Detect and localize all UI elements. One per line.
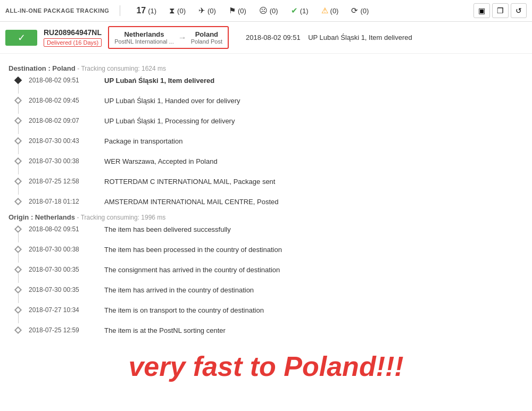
origin-timeline: 2018-08-02 09:51 The item has been deliv…	[14, 225, 523, 334]
tab-hourglass[interactable]: ⧗ (0)	[164, 4, 191, 18]
timeline-item: 2018-07-30 00:38 WER Warszawa, Accepted …	[14, 157, 523, 174]
timeline-line	[18, 84, 19, 94]
diamond-icon	[14, 225, 22, 233]
event-desc: The item has arrived in the country of d…	[104, 286, 254, 294]
tab-all[interactable]: 17 (1)	[131, 4, 162, 18]
timeline-line	[18, 253, 19, 263]
footer-text: very fast to Poland!!!	[9, 350, 523, 382]
diamond-icon	[14, 286, 22, 293]
diamond-icon	[14, 306, 22, 314]
timeline-item: 2018-07-25 12:59 The item is at the Post…	[14, 326, 523, 334]
timeline-item: 2018-07-30 00:38 The item has been proce…	[14, 246, 523, 263]
clipboard-button[interactable]: ❐	[492, 3, 509, 18]
diamond-icon	[14, 117, 22, 124]
timeline-line	[18, 145, 19, 154]
timeline-line	[18, 293, 19, 303]
timeline-item: 2018-07-30 00:35 The consignment has arr…	[14, 266, 523, 283]
event-time: 2018-07-27 10:34	[29, 306, 98, 314]
timeline-icon-col	[14, 178, 22, 195]
tab-sad[interactable]: ☹ (0)	[254, 4, 284, 18]
tab-all-number: 17	[136, 6, 146, 15]
tab-history-count: (0)	[360, 7, 369, 15]
event-desc: UP Lubań Śląski 1, Item delivered	[104, 77, 214, 85]
timeline-icon-col	[14, 97, 22, 114]
diamond-icon	[14, 266, 22, 273]
event-desc: AMSTERDAM INTERNATIONAL MAIL CENTRE, Pos…	[104, 198, 278, 206]
event-desc: ROTTERDAM C INTERNATIONAL MAIL, Package …	[104, 178, 275, 186]
top-bar: ALL-IN-ONE PACKAGE TRACKING 17 (1) ⧗ (0)…	[0, 0, 532, 22]
dest-carrier: Poland Post	[191, 38, 222, 45]
event-time: 2018-07-30 00:35	[29, 266, 98, 273]
timeline-icon-col	[14, 306, 22, 323]
package-row: ✓ RU208964947NL Delivered (16 Days) Neth…	[0, 22, 532, 54]
event-desc: The item has been processed in the count…	[104, 246, 282, 254]
timeline-icon-col	[14, 326, 22, 333]
copy-button[interactable]: ▣	[473, 3, 490, 18]
tracking-info: RU208964947NL Delivered (16 Days)	[44, 28, 102, 47]
refresh-button[interactable]: ↺	[511, 3, 527, 18]
latest-event-date: 2018-08-02 09:51	[246, 33, 301, 41]
diamond-icon	[14, 97, 22, 104]
tab-warning[interactable]: ⚠ (0)	[316, 4, 344, 18]
destination-timeline: 2018-08-02 09:51 UP Lubań Śląski 1, Item…	[14, 77, 523, 206]
event-time: 2018-08-02 09:51	[29, 225, 98, 233]
timeline-item: 2018-07-18 01:12 AMSTERDAM INTERNATIONAL…	[14, 198, 523, 206]
diamond-icon	[14, 137, 22, 145]
tab-check-count: (1)	[300, 7, 309, 15]
timeline-item: 2018-08-02 09:07 UP Lubań Śląski 1, Proc…	[14, 117, 523, 134]
tracking-number: RU208964947NL	[44, 28, 102, 37]
plane-icon: ✈	[198, 6, 205, 15]
diamond-icon	[14, 198, 22, 205]
timeline-line	[18, 165, 19, 174]
timeline-item: 2018-07-27 10:34 The item is on transpor…	[14, 306, 523, 323]
diamond-icon	[14, 157, 22, 165]
status-badge: ✓	[5, 30, 37, 46]
tab-plane-count: (0)	[207, 7, 216, 15]
timeline-icon-col	[14, 266, 22, 283]
origin-carrier: PostNL International ...	[114, 38, 174, 45]
content-area: Destination : Poland - Tracking consumin…	[0, 54, 532, 404]
tab-check[interactable]: ✔ (1)	[286, 4, 314, 18]
event-time: 2018-07-30 00:43	[29, 137, 98, 145]
event-time: 2018-08-02 09:51	[29, 77, 98, 84]
timeline-item: 2018-07-30 00:35 The item has arrived in…	[14, 286, 523, 303]
event-time: 2018-07-18 01:12	[29, 198, 98, 205]
timeline-icon-col	[14, 77, 22, 94]
origin-country: Netherlands	[124, 30, 164, 38]
origin-tracking-ms: - Tracking consuming: 1996 ms	[77, 214, 166, 221]
tab-plane[interactable]: ✈ (0)	[193, 4, 221, 18]
timeline-line	[18, 273, 19, 283]
origin-section-label: Origin : Netherlands - Tracking consumin…	[9, 213, 523, 221]
timeline-line	[18, 124, 19, 134]
timeline-line	[18, 104, 19, 114]
timeline-icon-col	[14, 137, 22, 154]
timeline-icon-col	[14, 246, 22, 263]
timeline-item: 2018-08-02 09:51 UP Lubań Śląski 1, Item…	[14, 77, 523, 94]
timeline-line	[18, 233, 19, 242]
timeline-item: 2018-08-02 09:45 UP Lubań Śląski 1, Hand…	[14, 97, 523, 114]
event-desc: UP Lubań Śląski 1, Handed over for deliv…	[104, 97, 240, 105]
origin-info: Netherlands PostNL International ...	[114, 30, 174, 45]
timeline-line	[18, 185, 19, 195]
tab-flag[interactable]: ⚑ (0)	[223, 4, 252, 18]
filter-tabs: 17 (1) ⧗ (0) ✈ (0) ⚑ (0) ☹ (0) ✔ (1) ⚠	[131, 4, 473, 18]
event-desc: UP Lubań Śląski 1, Processing for delive…	[104, 117, 235, 125]
timeline-item: 2018-08-02 09:51 The item has been deliv…	[14, 225, 523, 242]
diamond-icon	[14, 326, 22, 334]
event-time: 2018-08-02 09:07	[29, 117, 98, 124]
tab-flag-count: (0)	[238, 7, 246, 15]
sad-icon: ☹	[259, 6, 268, 15]
hourglass-icon: ⧗	[169, 6, 175, 15]
timeline-icon-col	[14, 117, 22, 134]
tab-warning-count: (0)	[330, 7, 339, 15]
destination-tracking-ms: - Tracking consuming: 1624 ms	[77, 65, 166, 72]
latest-event-desc: UP Lubań Śląski 1, Item delivered	[308, 33, 412, 41]
tab-hourglass-count: (0)	[177, 7, 186, 15]
event-time: 2018-07-30 00:35	[29, 286, 98, 293]
event-time: 2018-07-25 12:59	[29, 326, 98, 334]
timeline-item: 2018-07-30 00:43 Package in transportati…	[14, 137, 523, 154]
tab-history[interactable]: ⟳ (0)	[346, 4, 374, 18]
event-time: 2018-07-30 00:38	[29, 157, 98, 165]
status-check-icon: ✓	[18, 32, 26, 44]
warning-icon: ⚠	[321, 6, 328, 15]
